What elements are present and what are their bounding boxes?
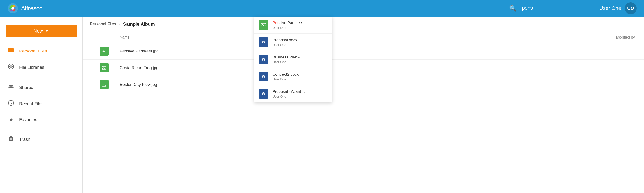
search-result-name-1: Proposal.docx: [272, 38, 297, 42]
user-area: User One UO: [600, 2, 637, 14]
svg-point-23: [103, 67, 104, 68]
table-row[interactable]: Costa Rican Frog.jpg: [82, 60, 644, 76]
user-name: User One: [600, 5, 621, 11]
search-result-user-2: User One: [272, 60, 304, 64]
search-result-info: Business Plan - … User One: [272, 55, 304, 64]
svg-point-7: [12, 7, 14, 10]
search-suffix: sive Parakee…: [279, 21, 306, 25]
search-result-info: Proposal - Atlant… User One: [272, 90, 305, 98]
table-row[interactable]: Pensive Parakeet.jpg: [82, 43, 644, 60]
sidebar-label-file-libraries: File Libraries: [19, 65, 44, 70]
file-modified-cell: [432, 76, 644, 93]
search-result-item[interactable]: W Business Plan - … User One: [254, 51, 332, 68]
svg-point-14: [9, 85, 11, 87]
sidebar: New ▼ Personal Files File Libraries Shar…: [0, 16, 82, 193]
image-file-icon: [100, 63, 109, 72]
search-result-word-icon: W: [259, 54, 268, 64]
header-search: 🔍: [509, 4, 584, 12]
col-icon: [94, 32, 114, 43]
file-type-icon-cell: [94, 76, 114, 93]
sidebar-item-recent-files[interactable]: Recent Files: [0, 96, 82, 112]
logo-text: Alfresco: [21, 5, 43, 12]
file-type-icon-cell: [94, 43, 114, 60]
search-result-user-0: User One: [272, 26, 306, 30]
sidebar-label-personal-files: Personal Files: [19, 48, 47, 54]
search-result-item[interactable]: W Proposal - Atlant… User One: [254, 85, 332, 102]
search-input[interactable]: [520, 4, 584, 12]
file-modified-cell: [432, 43, 644, 60]
svg-point-21: [103, 50, 104, 51]
svg-point-6: [10, 7, 12, 10]
search-result-name-3: Contract2.docx: [272, 72, 298, 77]
sidebar-item-favorites[interactable]: ★ Favorites: [0, 112, 82, 127]
sidebar-item-file-libraries[interactable]: File Libraries: [0, 59, 82, 76]
svg-point-25: [103, 84, 104, 84]
favorites-icon: ★: [7, 116, 15, 123]
row-checkbox[interactable]: [82, 76, 94, 93]
search-result-word-icon: W: [259, 72, 268, 81]
search-icon: 🔍: [509, 5, 516, 12]
search-result-image-icon: [259, 20, 268, 30]
row-checkbox[interactable]: [82, 60, 94, 76]
breadcrumb-current: Sample Album: [123, 22, 155, 27]
search-result-item[interactable]: Pensive Parakee… User One: [254, 16, 332, 34]
new-button[interactable]: New ▼: [6, 25, 77, 37]
search-result-word-icon: W: [259, 89, 268, 98]
shared-icon: [7, 84, 15, 92]
header: Alfresco 🔍 User One UO: [0, 0, 644, 16]
row-checkbox[interactable]: [82, 43, 94, 60]
avatar[interactable]: UO: [625, 2, 637, 14]
image-file-icon: [100, 80, 109, 89]
folder-icon: [7, 47, 15, 55]
trash-icon: [7, 135, 15, 143]
search-result-name-2: Business Plan - …: [272, 55, 304, 60]
sidebar-item-trash[interactable]: Trash: [0, 131, 82, 148]
search-result-user-3: User One: [272, 78, 298, 81]
file-modified-cell: [432, 60, 644, 76]
search-result-user-1: User One: [272, 43, 297, 47]
col-modified-header[interactable]: Modified by: [432, 32, 644, 43]
sidebar-label-trash: Trash: [19, 137, 30, 142]
sidebar-item-shared[interactable]: Shared: [0, 79, 82, 96]
svg-point-15: [11, 85, 13, 87]
new-button-label: New: [34, 28, 43, 34]
sidebar-label-recent-files: Recent Files: [19, 101, 44, 106]
breadcrumb: Personal Files › Sample Album: [82, 16, 644, 32]
search-dropdown: Pensive Parakee… User One W Proposal.doc…: [254, 16, 332, 102]
table-row[interactable]: Boston City Flow.jpg: [82, 76, 644, 93]
new-button-arrow-icon: ▼: [45, 29, 49, 33]
svg-rect-17: [9, 137, 13, 141]
search-result-word-icon: W: [259, 37, 268, 47]
svg-point-9: [10, 66, 12, 68]
search-result-info: Proposal.docx User One: [272, 38, 297, 47]
sidebar-label-shared: Shared: [19, 85, 33, 90]
sidebar-item-personal-files[interactable]: Personal Files: [0, 43, 82, 59]
col-checkbox: [82, 32, 94, 43]
file-table: Name Modified by Pensive Parakeet.jpg: [82, 32, 644, 93]
search-result-info: Pensive Parakee… User One: [272, 21, 306, 30]
file-type-icon-cell: [94, 60, 114, 76]
table-header-row: Name Modified by: [82, 32, 644, 43]
recent-files-icon: [7, 100, 15, 108]
alfresco-logo-icon: [7, 3, 18, 14]
sidebar-divider-1: [0, 77, 82, 78]
image-file-icon: [100, 46, 109, 56]
search-result-user-4: User One: [272, 95, 305, 98]
search-result-item[interactable]: W Proposal.docx User One: [254, 34, 332, 51]
search-result-name: Pensive Parakee…: [272, 21, 306, 25]
content-area: Personal Files › Sample Album Name Modif…: [82, 16, 644, 193]
search-result-name-4: Proposal - Atlant…: [272, 90, 305, 94]
breadcrumb-parent[interactable]: Personal Files: [90, 22, 116, 26]
logo-area: Alfresco: [7, 3, 43, 14]
sidebar-divider-2: [0, 129, 82, 129]
breadcrumb-separator: ›: [119, 22, 120, 27]
sidebar-label-favorites: Favorites: [19, 117, 37, 122]
search-result-item[interactable]: W Contract2.docx User One: [254, 68, 332, 85]
svg-rect-26: [261, 24, 266, 27]
search-result-info: Contract2.docx User One: [272, 72, 298, 81]
file-libraries-icon: [7, 63, 15, 71]
header-divider: [592, 4, 592, 13]
search-highlight: Pen: [272, 21, 279, 25]
